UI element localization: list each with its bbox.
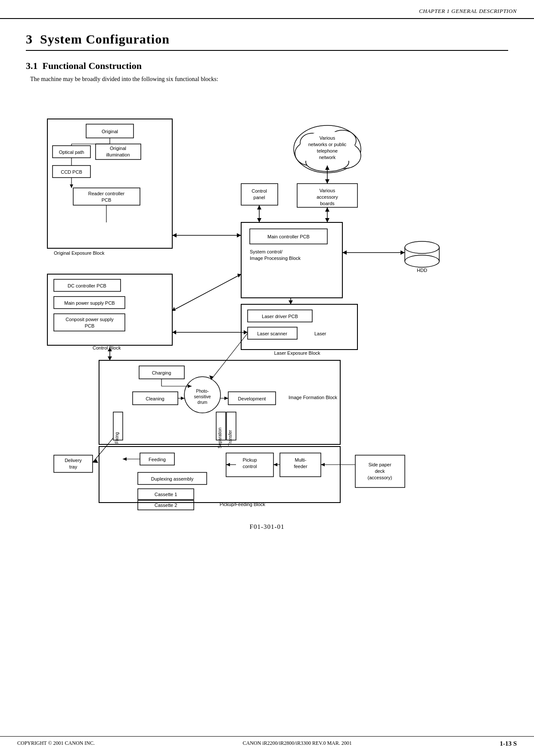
page-header: CHAPTER 1 GENERAL DESCRIPTION	[0, 0, 534, 19]
svg-rect-27	[54, 314, 125, 331]
svg-marker-53	[257, 218, 261, 222]
page-number: 1-13 S	[500, 740, 517, 747]
svg-text:Conposit power supply: Conposit power supply	[65, 317, 114, 322]
svg-text:boards: boards	[320, 201, 335, 206]
footer-left: COPYRIGHT © 2001 CANON INC.	[17, 740, 95, 747]
svg-marker-87	[172, 330, 176, 334]
svg-text:Control Block: Control Block	[93, 345, 121, 350]
svg-marker-106	[224, 397, 228, 400]
svg-marker-150	[321, 463, 325, 466]
chapter-header-text: CHAPTER 1 GENERAL DESCRIPTION	[419, 8, 517, 14]
svg-text:Main power supply PCB: Main power supply PCB	[64, 300, 115, 306]
svg-text:Original Exposure Block: Original Exposure Block	[54, 250, 105, 256]
svg-text:Original: Original	[110, 146, 126, 151]
svg-text:Laser Exposure Block: Laser Exposure Block	[274, 350, 320, 356]
intro-text: The machine may be broadly divided into …	[30, 76, 508, 83]
svg-rect-21	[47, 274, 172, 345]
svg-text:Development: Development	[238, 396, 266, 401]
svg-text:panel: panel	[254, 195, 265, 200]
svg-marker-74	[325, 179, 329, 184]
svg-text:Side paper: Side paper	[368, 462, 391, 467]
svg-text:Control: Control	[251, 188, 267, 194]
svg-text:deck: deck	[375, 469, 385, 474]
svg-text:telephone: telephone	[317, 148, 338, 153]
svg-text:CCD PCB: CCD PCB	[61, 169, 82, 175]
svg-text:Duplexing assembly: Duplexing assembly	[151, 476, 194, 481]
svg-marker-48	[342, 250, 347, 255]
svg-line-38	[172, 274, 241, 311]
svg-text:System control/: System control/	[250, 249, 283, 254]
svg-text:Pickup/Feeding Block: Pickup/Feeding Block	[220, 502, 265, 507]
svg-text:tray: tray	[69, 464, 78, 469]
svg-text:Delivery: Delivery	[65, 458, 82, 463]
svg-marker-141	[93, 459, 98, 463]
svg-text:HDD: HDD	[417, 268, 427, 273]
svg-marker-54	[257, 205, 261, 209]
svg-text:drum: drum	[198, 400, 208, 405]
svg-marker-40	[172, 307, 176, 311]
svg-text:Cassette 2: Cassette 2	[155, 503, 177, 508]
svg-point-41	[405, 241, 439, 253]
svg-text:Multi-: Multi-	[295, 457, 307, 462]
svg-marker-136	[123, 457, 127, 461]
svg-text:feeder: feeder	[294, 464, 307, 469]
svg-text:Fixing: Fixing	[115, 432, 119, 444]
footer-center: CANON iR2200/iR2800/iR3300 REV.0 MAR. 20…	[243, 740, 352, 747]
svg-text:Original: Original	[102, 129, 118, 134]
svg-marker-104	[181, 397, 184, 400]
svg-line-113	[211, 333, 248, 380]
svg-text:Reader controller: Reader controller	[88, 191, 125, 196]
svg-marker-60	[325, 218, 329, 222]
svg-text:Optical path: Optical path	[59, 150, 84, 155]
svg-text:Pickup: Pickup	[242, 457, 257, 462]
svg-text:Laser driver PCB: Laser driver PCB	[262, 314, 298, 319]
svg-text:Main controller PCB: Main controller PCB	[267, 234, 310, 239]
section-title: 3.1 Functional Construction	[26, 60, 508, 72]
svg-text:Laser scanner: Laser scanner	[257, 331, 287, 336]
svg-point-44	[405, 255, 439, 267]
svg-text:control: control	[242, 464, 257, 469]
svg-text:Cleaning: Cleaning	[146, 396, 164, 401]
svg-marker-102	[188, 384, 192, 388]
svg-text:Various: Various	[320, 188, 335, 193]
page-content: 3 System Configuration 3.1 Functional Co…	[0, 19, 534, 548]
svg-marker-84	[289, 300, 293, 304]
page-footer: COPYRIGHT © 2001 CANON INC. CANON iR2200…	[0, 736, 534, 747]
svg-text:Image Formation Block: Image Formation Block	[289, 395, 338, 400]
svg-text:networks or public: networks or public	[308, 142, 347, 147]
svg-text:accessory: accessory	[317, 194, 338, 200]
svg-text:network: network	[319, 155, 336, 160]
svg-marker-143	[108, 356, 112, 360]
svg-text:Separation: Separation	[217, 428, 222, 448]
svg-text:Cassette 1: Cassette 1	[155, 492, 177, 497]
svg-text:Transfer: Transfer	[228, 430, 233, 446]
svg-line-140	[93, 438, 113, 462]
svg-marker-47	[400, 250, 405, 255]
svg-text:(accessory): (accessory)	[368, 475, 392, 480]
svg-marker-61	[325, 207, 329, 212]
svg-rect-115	[99, 447, 340, 503]
svg-rect-49	[241, 184, 278, 205]
svg-marker-18	[70, 184, 73, 188]
svg-rect-11	[73, 188, 140, 205]
svg-text:Charging: Charging	[152, 370, 171, 375]
svg-text:PCB: PCB	[102, 197, 112, 203]
svg-text:Photo-: Photo-	[196, 389, 208, 394]
svg-marker-132	[226, 463, 230, 466]
svg-text:Image Processing Block: Image Processing Block	[250, 256, 301, 261]
svg-text:Various: Various	[320, 135, 335, 141]
svg-text:DC controller PCB: DC controller PCB	[68, 283, 106, 288]
svg-marker-36	[237, 233, 241, 237]
chapter-title: 3 System Configuration	[26, 32, 508, 51]
svg-text:sensitive: sensitive	[194, 394, 211, 399]
svg-text:PCB: PCB	[85, 323, 95, 328]
svg-marker-134	[273, 463, 277, 466]
svg-text:Feeding: Feeding	[149, 457, 166, 462]
svg-text:Laser: Laser	[314, 331, 326, 336]
svg-marker-37	[172, 233, 177, 237]
svg-text:illumination: illumination	[106, 152, 130, 157]
figure-caption: F01-301-01	[26, 523, 508, 531]
functional-diagram: Original Exposure Block Original Optical…	[30, 93, 504, 515]
